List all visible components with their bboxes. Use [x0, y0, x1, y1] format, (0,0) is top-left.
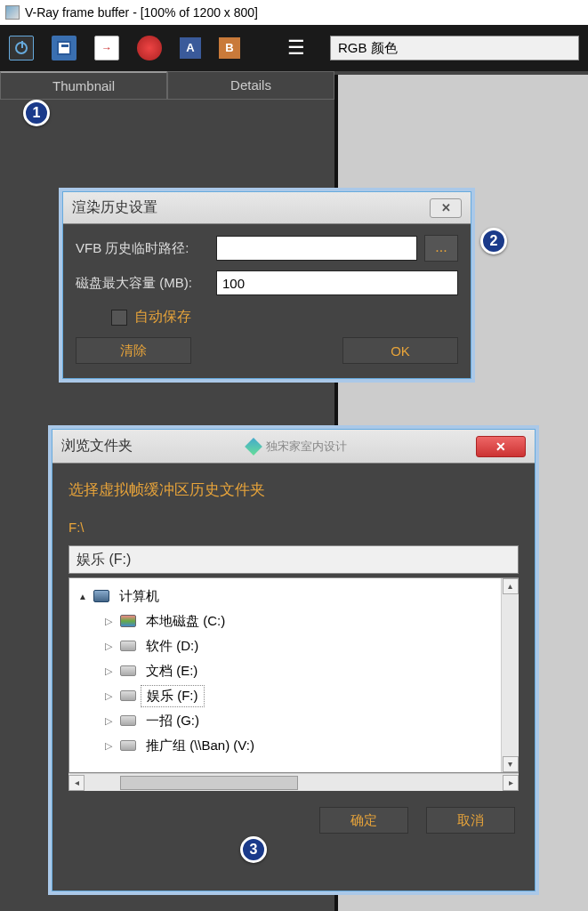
main-toolbar: → A B ☰	[0, 25, 588, 71]
logo-text: 独宋家室内设计	[266, 439, 347, 455]
close-icon: ✕	[441, 201, 451, 214]
autosave-checkbox[interactable]	[111, 310, 127, 326]
expand-icon[interactable]	[105, 616, 116, 627]
folder-tree[interactable]: 计算机 本地磁盘 (C:) 软件 (D:) 文档 (E:) 娱乐 (F:)	[68, 577, 519, 773]
browse-folder-dialog: 浏览文件夹 独宋家室内设计 ✕ 选择虚拟帧缓冲区历史文件夹 F:\ 计算机 本地…	[52, 429, 536, 891]
logo-icon	[245, 438, 262, 456]
load-button[interactable]: →	[94, 36, 119, 60]
save-icon	[57, 41, 71, 55]
disk-icon	[119, 713, 137, 729]
expand-icon[interactable]	[78, 591, 89, 601]
browse-ok-button[interactable]: 确定	[319, 807, 408, 834]
tree-scrollbar-vertical[interactable]: ▴ ▾	[501, 578, 519, 772]
capacity-input[interactable]	[216, 270, 458, 295]
folder-path-input[interactable]	[68, 545, 519, 574]
annotation-badge-1: 1	[23, 100, 50, 126]
panel-tabs: Thumbnail Details	[0, 71, 334, 100]
tree-node[interactable]: 软件 (D:)	[141, 636, 204, 657]
tab-details[interactable]: Details	[167, 71, 334, 100]
browse-title: 浏览文件夹	[61, 437, 191, 456]
channel-b-button[interactable]: B	[219, 37, 240, 59]
capacity-label: 磁盘最大容量 (MB):	[76, 275, 209, 292]
window-titlebar: V-Ray frame buffer - [100% of 1200 x 800…	[0, 0, 588, 25]
save-button[interactable]	[52, 36, 77, 60]
autosave-label: 自动保存	[134, 308, 191, 327]
browse-button[interactable]: ...	[424, 235, 458, 262]
dialog-title: 渲染历史设置	[72, 198, 430, 217]
load-icon: →	[101, 42, 112, 54]
scroll-left-icon[interactable]: ◂	[68, 775, 85, 791]
power-icon	[15, 42, 28, 54]
tab-thumbnail[interactable]: Thumbnail	[0, 71, 167, 100]
tree-node[interactable]: 本地磁盘 (C:)	[141, 611, 230, 632]
app-icon	[5, 5, 20, 20]
disk-icon	[119, 663, 137, 679]
browse-titlebar[interactable]: 浏览文件夹 独宋家室内设计 ✕	[52, 430, 535, 464]
annotation-badge-2: 2	[480, 228, 507, 254]
dialog-titlebar[interactable]: 渲染历史设置 ✕	[63, 192, 471, 224]
tree-node-computer[interactable]: 计算机	[114, 586, 165, 607]
annotation-badge-3: 3	[240, 836, 267, 863]
current-path: F:\	[68, 520, 519, 535]
expand-icon[interactable]	[105, 715, 116, 727]
tree-scrollbar-horizontal[interactable]: ◂ ▸	[68, 773, 519, 791]
dialog-close-button[interactable]: ✕	[430, 198, 462, 218]
path-input[interactable]	[216, 236, 417, 261]
expand-icon[interactable]	[105, 665, 116, 677]
watermark: 独宋家室内设计	[245, 438, 347, 456]
ok-button[interactable]: OK	[342, 337, 458, 364]
browse-cancel-button[interactable]: 取消	[426, 807, 515, 834]
channel-select[interactable]	[330, 36, 579, 60]
scroll-thumb[interactable]	[120, 776, 298, 790]
computer-icon	[93, 588, 110, 604]
clear-button[interactable]	[137, 36, 162, 60]
disk-icon	[119, 738, 137, 754]
scroll-right-icon[interactable]: ▸	[503, 775, 519, 791]
browse-close-button[interactable]: ✕	[476, 436, 526, 457]
expand-icon[interactable]	[105, 740, 116, 752]
clear-button[interactable]: 清除	[76, 337, 191, 364]
scroll-down-icon[interactable]: ▾	[503, 756, 519, 772]
power-button[interactable]	[9, 36, 34, 60]
disk-icon	[119, 613, 137, 629]
history-settings-dialog: 渲染历史设置 ✕ VFB 历史临时路径: ... 磁盘最大容量 (MB): 自动…	[62, 191, 471, 379]
disk-icon	[119, 688, 137, 704]
window-title-text: V-Ray frame buffer - [100% of 1200 x 800…	[25, 5, 258, 20]
tree-node[interactable]: 推广组 (\\Ban) (V:)	[141, 736, 260, 756]
tree-node-selected[interactable]: 娱乐 (F:)	[141, 685, 205, 707]
close-icon: ✕	[495, 439, 506, 454]
path-label: VFB 历史临时路径:	[76, 240, 209, 257]
browse-prompt: 选择虚拟帧缓冲区历史文件夹	[68, 480, 519, 500]
disk-icon	[119, 638, 137, 654]
expand-icon[interactable]	[105, 690, 116, 702]
tree-node[interactable]: 一招 (G:)	[141, 711, 205, 731]
scroll-up-icon[interactable]: ▴	[503, 578, 519, 594]
channel-a-button[interactable]: A	[180, 37, 201, 59]
tree-node[interactable]: 文档 (E:)	[141, 661, 203, 681]
expand-icon[interactable]	[105, 641, 116, 652]
menu-button[interactable]: ☰	[287, 36, 305, 60]
